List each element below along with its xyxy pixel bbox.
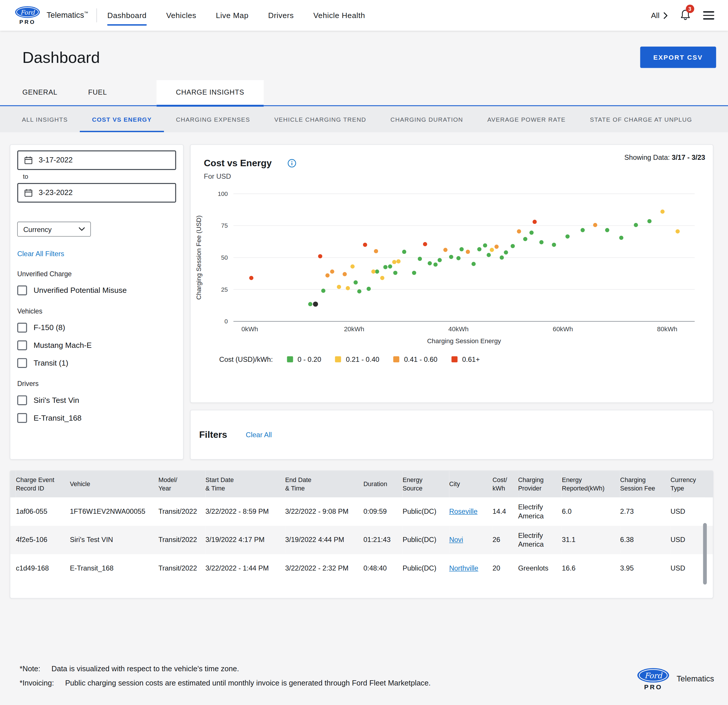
scatter-point[interactable] <box>660 210 664 214</box>
scatter-point[interactable] <box>392 260 396 264</box>
info-icon[interactable] <box>287 159 296 168</box>
scatter-point[interactable] <box>366 287 370 291</box>
scatter-point[interactable] <box>428 261 432 265</box>
export-csv-button[interactable]: EXPORT CSV <box>640 46 716 68</box>
scatter-point[interactable] <box>383 265 387 269</box>
scatter-point[interactable] <box>353 280 357 284</box>
scatter-point[interactable] <box>417 257 422 261</box>
checkbox-f-150[interactable]: F-150 (8) <box>17 323 176 333</box>
scatter-point[interactable] <box>393 271 397 275</box>
scatter-point[interactable] <box>357 289 361 293</box>
scatter-point[interactable] <box>477 247 481 251</box>
scatter-point[interactable] <box>388 264 392 268</box>
scatter-point[interactable] <box>350 264 354 268</box>
scatter-point[interactable] <box>249 276 253 280</box>
scatter-point[interactable] <box>443 248 447 252</box>
scatter-point[interactable] <box>647 219 651 223</box>
subtab-charging-duration[interactable]: CHARGING DURATION <box>378 106 475 133</box>
scatter-point[interactable] <box>456 256 460 260</box>
scatter-point[interactable] <box>539 240 543 244</box>
checkbox-transit[interactable]: Transit (1) <box>17 358 176 368</box>
checkbox-unverified-potential-misuse[interactable]: Unverified Potential Misuse <box>17 285 176 296</box>
scatter-point[interactable] <box>581 228 584 232</box>
scatter-point[interactable] <box>371 270 375 274</box>
scatter-point[interactable] <box>565 234 569 238</box>
subtab-all-insights[interactable]: ALL INSIGHTS <box>10 106 80 133</box>
scatter-point[interactable] <box>330 270 334 274</box>
checkbox-siris-test-vin[interactable]: Siri's Test Vin <box>17 395 176 405</box>
menu-icon[interactable] <box>703 12 714 20</box>
notifications-button[interactable]: 3 <box>680 9 691 22</box>
date-from-input[interactable]: 3-17-2022 <box>17 150 176 170</box>
scatter-point[interactable] <box>308 302 312 306</box>
city-link[interactable]: Roseville <box>449 507 477 515</box>
scatter-point[interactable] <box>321 289 325 293</box>
tab-general[interactable]: GENERAL <box>22 88 57 105</box>
subtab-state-of-charge-at-unplug[interactable]: STATE OF CHARGE AT UNPLUG <box>578 106 704 133</box>
scatter-point[interactable] <box>337 285 341 289</box>
scatter-point[interactable] <box>504 250 508 254</box>
cell-end: 3/22/2022 - 9:08 PM <box>285 497 363 526</box>
tab-charge-insights[interactable]: CHARGE INSIGHTS <box>156 80 264 107</box>
scatter-point[interactable] <box>552 243 556 247</box>
nav-item-live-map[interactable]: Live Map <box>216 0 248 31</box>
scatter-point[interactable] <box>375 270 379 274</box>
scatter-point[interactable] <box>412 271 416 275</box>
fleet-scope-selector[interactable]: All <box>651 11 667 20</box>
scatter-point[interactable] <box>532 220 536 224</box>
city-link[interactable]: Novi <box>449 536 463 544</box>
scatter-point[interactable] <box>486 253 490 257</box>
scatter-point[interactable] <box>374 249 378 253</box>
scatter-point[interactable] <box>494 245 498 249</box>
scatter-point[interactable] <box>342 272 347 276</box>
date-to-input[interactable]: 3-23-2022 <box>17 183 176 203</box>
scatter-point[interactable] <box>483 243 487 247</box>
clear-all-filters-link[interactable]: Clear All Filters <box>17 250 64 258</box>
nav-item-dashboard[interactable]: Dashboard <box>107 0 147 31</box>
scatter-point[interactable] <box>313 301 318 307</box>
tab-fuel[interactable]: FUEL <box>88 88 107 105</box>
scatter-point[interactable] <box>471 262 475 266</box>
subtab-average-power-rate[interactable]: AVERAGE POWER RATE <box>475 106 578 133</box>
scatter-point[interactable] <box>325 273 329 277</box>
scatter-point[interactable] <box>466 250 470 254</box>
ford-pro-logo[interactable]: Ford PRO <box>15 6 40 25</box>
scatter-point[interactable] <box>500 255 504 260</box>
city-link[interactable]: Northville <box>449 564 478 572</box>
scatter-point[interactable] <box>529 231 533 235</box>
scatter-point[interactable] <box>510 244 514 248</box>
scatter-point[interactable] <box>619 236 623 240</box>
scatter-point[interactable] <box>402 250 406 254</box>
scatter-point[interactable] <box>517 229 521 234</box>
nav-item-vehicle-health[interactable]: Vehicle Health <box>313 0 365 31</box>
scatter-point[interactable] <box>490 248 494 252</box>
scatter-point[interactable] <box>380 276 384 280</box>
subtab-charging-expenses[interactable]: CHARGING EXPENSES <box>164 106 262 133</box>
scatter-point[interactable] <box>433 262 438 267</box>
scatter-point[interactable] <box>396 260 400 264</box>
scatter-point[interactable] <box>345 286 350 290</box>
scatter-point[interactable] <box>438 258 442 262</box>
checkbox-mustang-mach-e[interactable]: Mustang Mach-E <box>17 340 176 350</box>
scatter-point[interactable] <box>423 242 427 246</box>
filters-title: Filters <box>199 429 227 440</box>
subtab-cost-vs-energy[interactable]: COST VS ENERGY <box>80 106 164 133</box>
checkbox-e-transit-168[interactable]: E-Transit_168 <box>17 413 176 423</box>
scatter-point[interactable] <box>605 228 609 232</box>
nav-item-vehicles[interactable]: Vehicles <box>166 0 196 31</box>
scatter-point[interactable] <box>634 223 638 227</box>
ford-pro-wordmark: PRO <box>644 684 663 690</box>
filters-clear-all-link[interactable]: Clear All <box>246 431 272 439</box>
scatter-point[interactable] <box>363 243 367 247</box>
nav-item-drivers[interactable]: Drivers <box>268 0 294 31</box>
currency-select[interactable]: Currency <box>17 222 91 236</box>
filter-group-title-drivers: Drivers <box>17 380 176 388</box>
table-scrollbar[interactable] <box>703 523 707 584</box>
scatter-point[interactable] <box>459 247 463 251</box>
scatter-point[interactable] <box>675 229 679 234</box>
subtab-vehicle-charging-trend[interactable]: VEHICLE CHARGING TREND <box>262 106 378 133</box>
scatter-point[interactable] <box>523 237 527 241</box>
scatter-point[interactable] <box>593 223 597 227</box>
scatter-point[interactable] <box>318 254 322 258</box>
scatter-point[interactable] <box>449 255 453 259</box>
